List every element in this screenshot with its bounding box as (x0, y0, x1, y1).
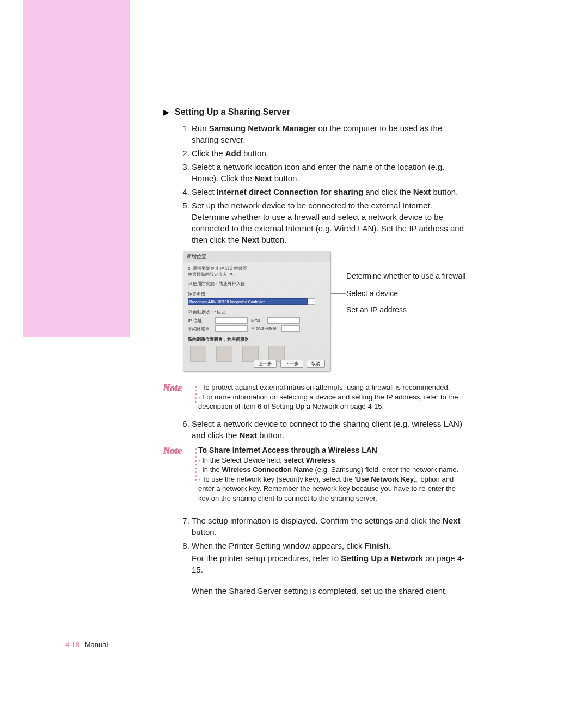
btn-cancel: 取消 (307, 360, 325, 368)
dialog-window: 新增位置 3. 選擇要變更其 IP 設定的裝置 並選擇新的設定值入 IP。 ☑ … (183, 251, 331, 372)
note-label: Note (163, 383, 193, 411)
note-line: · In the Wireless Connection Name (e.g. … (198, 465, 468, 475)
dns-field (281, 325, 300, 332)
checkbox-label: 自動接收 IP 位址 (193, 310, 225, 315)
text-bold: Wireless Connection Name (222, 465, 313, 474)
text-bold: Use Network Key,, (356, 475, 417, 483)
callout-ip: Set an IP address (346, 305, 407, 314)
lead-line (331, 276, 346, 276)
lead-line (331, 293, 346, 294)
text: and click the (363, 187, 413, 196)
dialog-title: 新增位置 (183, 251, 330, 262)
thumb-header: 新的網路位置將會：共用伺服器 (188, 336, 326, 342)
note-title: To Share Internet Access through a Wirel… (198, 445, 468, 456)
step-7: The setup information is displayed. Conf… (192, 515, 468, 538)
text: Select a network device to connect to th… (192, 419, 462, 440)
text: Run (192, 124, 209, 133)
note-block-2: Note To Share Internet Access through a … (163, 445, 468, 503)
step-8-follow: For the printer setup procedures, refer … (192, 552, 468, 575)
text-bold: Setting Up a Network (341, 554, 423, 563)
text-bold: select Wireless (284, 456, 335, 464)
step-5: Set up the network device to be connecte… (192, 200, 468, 245)
ip-field (215, 317, 248, 324)
steps-list-cont2: The setup information is displayed. Conf… (163, 515, 468, 597)
dropdown-icon (308, 298, 315, 305)
subnet-label: 子網路遮罩 (188, 326, 212, 332)
text: The setup information is displayed. Conf… (192, 516, 443, 525)
dialog-line: 3. 選擇要變更其 IP 設定的裝置 (188, 266, 326, 272)
step-8: When the Printer Setting window appears,… (192, 540, 468, 597)
text: Click the (192, 149, 225, 158)
subnet-field (215, 325, 248, 332)
section-heading-row: ▶ Setting Up a Sharing Server (163, 107, 468, 117)
firewall-checkbox: ☑ 使用防火牆：防止外部入侵 (188, 281, 326, 287)
step-2: Click the Add button. (192, 147, 468, 159)
section-heading: Setting Up a Sharing Server (175, 107, 290, 117)
note-block-1: Note · To protect against external intru… (163, 383, 468, 411)
step-4: Select Internet direct Connection for sh… (192, 186, 468, 198)
triangle-icon: ▶ (163, 108, 169, 116)
text-bold: Internet direct Connection for sharing (217, 187, 363, 196)
text: . (389, 541, 391, 550)
dots-icon (193, 383, 198, 411)
device-select: Broadcom 440x 10/100 Integrated Controll… (188, 298, 308, 305)
text-bold: Next (413, 187, 431, 196)
text-bold: Samsung Network Manager (209, 124, 316, 133)
btn-next: 下一步 (280, 360, 303, 368)
steps-list-cont: Select a network device to connect to th… (163, 418, 468, 441)
page-footer: 4-18 Manual (65, 641, 108, 649)
note-label: Note (163, 445, 193, 503)
text: In the Select Device field, (202, 456, 284, 464)
mask-field (267, 317, 300, 324)
lead-line (331, 310, 346, 310)
text: button. (192, 527, 217, 537)
text: . (335, 456, 337, 464)
text: button. (257, 431, 284, 440)
step-1: Run Samsung Network Manager on the compu… (192, 122, 468, 145)
text-bold: Add (225, 149, 241, 158)
page-number: 4-18 (65, 641, 79, 649)
note-body: To Share Internet Access through a Wirel… (198, 445, 468, 503)
step-3: Select a network location icon and enter… (192, 161, 468, 184)
final-line: When the Shared Server setting is comple… (192, 585, 468, 597)
note-line: · In the Select Device field, select Wir… (198, 456, 468, 465)
btn-prev: 上一步 (254, 360, 277, 368)
text-bold: Next (242, 235, 260, 244)
dialog-body: 3. 選擇要變更其 IP 設定的裝置 並選擇新的設定值入 IP。 ☑ 使用防火牆… (183, 262, 330, 365)
text-bold: Next (240, 431, 258, 440)
text: Select (192, 187, 217, 196)
note-line: · To use the network key (security key),… (198, 475, 468, 503)
text: Select a network location icon and enter… (192, 162, 444, 183)
text: For the printer setup procedures, refer … (192, 554, 341, 563)
text: button. (241, 149, 268, 158)
device-label: 裝置名稱 (188, 291, 326, 297)
dialog-line: 並選擇新的設定值入 IP。 (188, 272, 326, 278)
sidebar-decoration (23, 0, 130, 337)
text: For more information on selecting a devi… (198, 393, 458, 411)
note-line: · To protect against external intrusion … (198, 383, 468, 392)
dialog-figure: 新增位置 3. 選擇要變更其 IP 設定的裝置 並選擇新的設定值入 IP。 ☑ … (183, 251, 468, 375)
dots-icon (193, 445, 198, 503)
mask-label: MSK (251, 318, 264, 323)
text: Set up the network device to be connecte… (192, 201, 464, 244)
text: button. (259, 235, 286, 244)
note-body: · To protect against external intrusion … (198, 383, 468, 411)
text-bold: Next (443, 516, 461, 525)
note-line: · For more information on selecting a de… (198, 392, 468, 411)
footer-label: Manual (85, 641, 108, 649)
text: button. (431, 187, 458, 196)
text-bold: Next (254, 174, 272, 183)
steps-list: Run Samsung Network Manager on the compu… (163, 122, 468, 245)
manual-page: ▶ Setting Up a Sharing Server Run Samsun… (0, 0, 588, 701)
text: (e.g. Samsung) field, enter the network … (313, 465, 458, 474)
ip-label: IP 位址 (188, 318, 212, 324)
text: To use the network key (security key), s… (202, 475, 356, 483)
dns-label: 主 DNS 伺服器 (251, 326, 278, 331)
autoip-checkbox: ☑ 自動接收 IP 位址 (188, 309, 326, 315)
checkbox-label: 使用防火牆：防止外部入侵 (193, 281, 245, 286)
callout-device: Select a device (346, 289, 398, 298)
text-bold: Finish (365, 541, 389, 550)
callout-firewall: Determine whether to use a firewall (346, 272, 465, 280)
dialog-buttons: 上一步 下一步 取消 (253, 358, 325, 368)
main-content: ▶ Setting Up a Sharing Server Run Samsun… (163, 107, 468, 599)
